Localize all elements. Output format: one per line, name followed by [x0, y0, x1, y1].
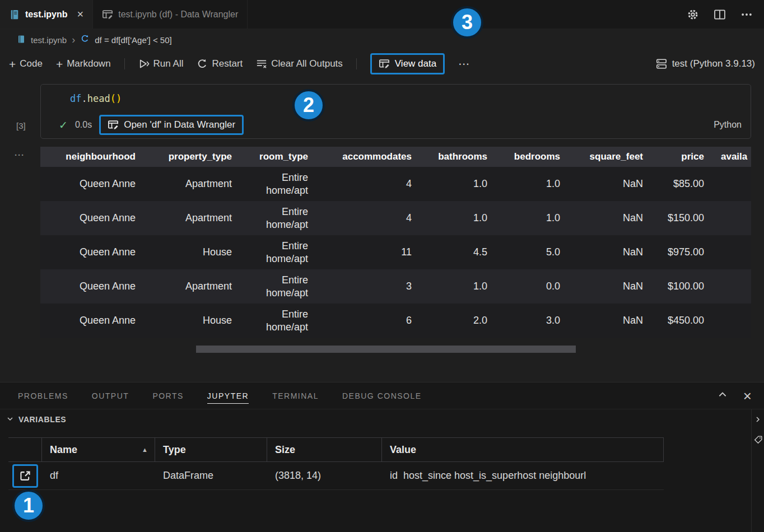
open-in-data-wrangler-button[interactable]: Open 'df' in Data Wrangler	[99, 115, 244, 135]
code-token: ()	[110, 93, 122, 104]
column-header: square_feet	[566, 147, 649, 167]
table-cell: Entire home/apt	[237, 235, 314, 269]
column-header-type[interactable]: Type	[155, 438, 267, 461]
table-cell: 6	[314, 304, 417, 338]
toolbar-separator	[124, 58, 125, 69]
editor-tab-bar: test.ipynb × test.ipynb (df) - Data Wran…	[0, 0, 764, 29]
section-title: VARIABLES	[18, 415, 66, 424]
panel-main: VARIABLES Name ▲ Type Size	[0, 409, 764, 532]
table-header-row: neighbourhood property_type room_type ac…	[40, 147, 751, 167]
clear-all-outputs-button[interactable]: Clear All Outputs	[256, 58, 343, 69]
column-label: Value	[390, 444, 416, 456]
table-cell: 5.0	[493, 235, 566, 269]
tabbar-actions	[687, 0, 764, 29]
code-cell[interactable]: [3] df.head() ✓ 0.0s Open 'df' in Data W…	[40, 84, 751, 139]
table-cell: $150.00	[649, 201, 710, 235]
cell-status-bar: ✓ 0.0s Open 'df' in Data Wrangler Python	[41, 111, 751, 138]
output-options-icon[interactable]: ···	[0, 147, 40, 353]
table-cell: Queen Anne	[40, 167, 141, 201]
plus-icon: +	[56, 58, 63, 70]
table-cell: Queen Anne	[40, 304, 141, 338]
variables-section-header[interactable]: VARIABLES	[0, 409, 751, 430]
button-label: View data	[395, 58, 436, 69]
panel-tab-debug-console[interactable]: DEBUG CONSOLE	[342, 391, 422, 400]
data-wrangler-icon	[379, 58, 390, 69]
variable-row[interactable]: df DataFrame (3818, 14) id host_since ho…	[8, 462, 664, 490]
table-cell: 4	[314, 167, 417, 201]
chevron-up-icon[interactable]	[718, 390, 728, 402]
more-actions-icon[interactable]	[740, 8, 753, 21]
table-cell	[710, 235, 751, 269]
annotation-step-3: 3	[451, 6, 483, 39]
panel-tab-jupyter[interactable]: JUPYTER	[207, 391, 249, 404]
table-cell: House	[141, 304, 237, 338]
column-header-size[interactable]: Size	[267, 438, 382, 461]
close-icon[interactable]: ×	[77, 8, 84, 21]
table-row: Queen Anne Apartment Entire home/apt 4 1…	[40, 201, 751, 235]
jupyter-variables-view: VARIABLES Name ▲ Type Size	[0, 409, 751, 532]
table-cell: 2.0	[417, 304, 493, 338]
column-label: Name	[50, 444, 77, 456]
data-wrangler-icon	[108, 119, 119, 130]
close-panel-icon[interactable]: ×	[743, 389, 752, 403]
open-in-data-viewer-icon[interactable]	[12, 464, 38, 488]
table-cell: Queen Anne	[40, 201, 141, 235]
horizontal-scrollbar[interactable]	[196, 346, 576, 353]
button-label: Run All	[153, 58, 184, 69]
sort-ascending-icon: ▲	[142, 446, 148, 453]
panel-actions: ×	[718, 382, 752, 409]
column-header: property_type	[141, 147, 237, 167]
variable-name: df	[42, 462, 155, 489]
tag-icon[interactable]	[753, 435, 763, 447]
table-cell: 1.0	[493, 201, 566, 235]
restart-button[interactable]: Restart	[197, 58, 243, 69]
tab-test-ipynb[interactable]: test.ipynb ×	[0, 0, 93, 29]
toolbar-more-icon[interactable]: ⋯	[458, 57, 469, 71]
variable-type: DataFrame	[155, 462, 267, 489]
kernel-picker[interactable]: test (Python 3.9.13)	[656, 58, 755, 69]
table-cell: Entire home/apt	[237, 167, 314, 201]
code-token: df	[70, 93, 81, 104]
run-all-button[interactable]: Run All	[138, 58, 184, 69]
breadcrumb-cell-code[interactable]: df = df[df['Age'] < 50]	[95, 35, 172, 45]
panel-tab-terminal[interactable]: TERMINAL	[272, 391, 319, 400]
column-header-value[interactable]: Value	[382, 438, 664, 461]
table-cell: NaN	[566, 304, 649, 338]
column-header: bedrooms	[493, 147, 566, 167]
cell-code[interactable]: df.head()	[41, 85, 751, 104]
table-cell: 1.0	[493, 167, 566, 201]
table-cell: 4.5	[417, 235, 493, 269]
tab-data-wrangler[interactable]: test.ipynb (df) - Data Wrangler	[93, 0, 248, 29]
table-cell: Apartment	[141, 167, 237, 201]
dataframe-output: neighbourhood property_type room_type ac…	[40, 147, 751, 353]
view-data-button[interactable]: View data	[370, 53, 445, 74]
panel-tab-output[interactable]: OUTPUT	[92, 391, 129, 400]
chevron-right-icon[interactable]	[753, 415, 762, 426]
notebook-file-icon	[9, 9, 20, 20]
table-cell: NaN	[566, 201, 649, 235]
panel-side-bar	[751, 409, 764, 532]
vscode-window: test.ipynb × test.ipynb (df) - Data Wran…	[0, 0, 764, 532]
gear-icon[interactable]	[687, 8, 699, 21]
panel-tab-ports[interactable]: PORTS	[152, 391, 183, 400]
cell-symbol-icon	[80, 34, 90, 45]
cell-language-label[interactable]: Python	[714, 120, 742, 130]
table-cell: 0.0	[493, 269, 566, 304]
table-cell: $85.00	[649, 167, 710, 201]
button-label: Markdown	[67, 58, 110, 69]
add-code-button[interactable]: + Code	[9, 58, 43, 70]
table-cell: $450.00	[649, 304, 710, 338]
column-header-name[interactable]: Name ▲	[42, 438, 155, 461]
success-check-icon: ✓	[59, 119, 68, 132]
table-cell: NaN	[566, 167, 649, 201]
table-cell: 3	[314, 269, 417, 304]
kernel-label: test (Python 3.9.13)	[672, 58, 755, 69]
table-cell: Entire home/apt	[237, 201, 314, 235]
split-editor-icon[interactable]	[714, 8, 726, 21]
panel-tab-problems[interactable]: PROBLEMS	[18, 391, 68, 400]
table-cell: Apartment	[141, 201, 237, 235]
column-label: Size	[275, 444, 295, 456]
add-markdown-button[interactable]: + Markdown	[56, 58, 111, 70]
breadcrumb-file[interactable]: test.ipynb	[31, 35, 67, 45]
table-cell: 11	[314, 235, 417, 269]
